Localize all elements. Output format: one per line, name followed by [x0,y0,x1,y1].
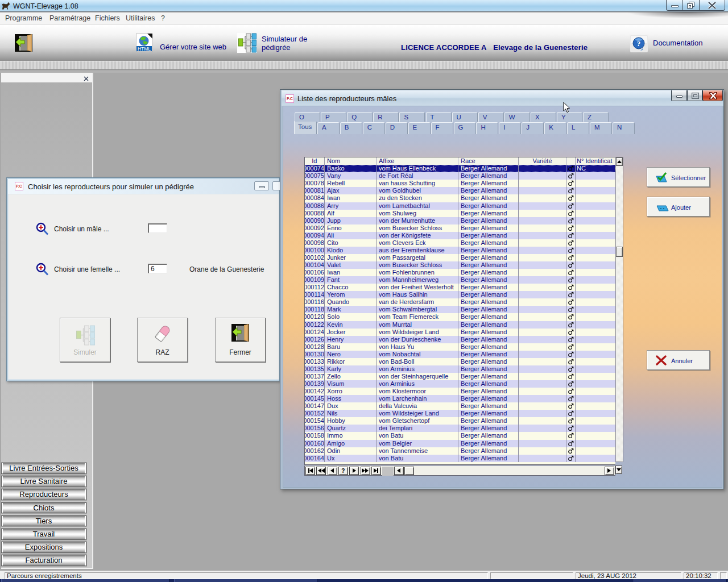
svg-text:?: ? [637,39,641,48]
svg-text:HTML: HTML [138,46,151,52]
